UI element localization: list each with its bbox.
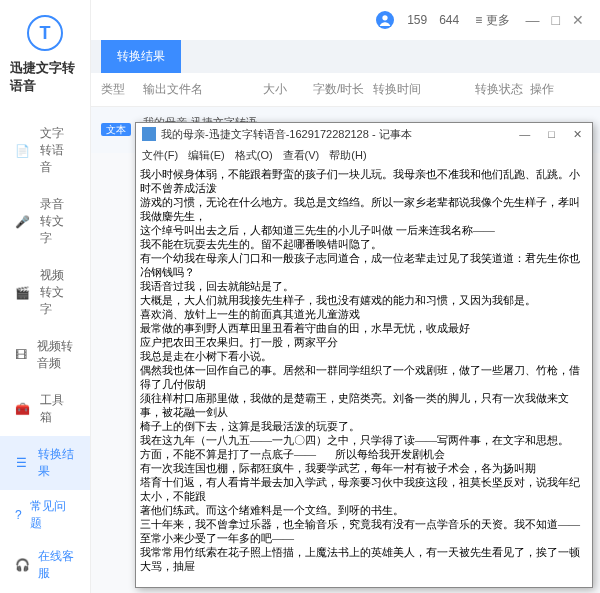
nav-label: 视频转音频 [37, 338, 75, 372]
close-button[interactable]: ✕ [572, 12, 584, 28]
col-size: 大小 [263, 81, 313, 98]
col-ops: 操作 [530, 81, 590, 98]
header-count-1: 159 [407, 13, 427, 27]
col-duration: 字数/时长 [313, 81, 373, 98]
col-time: 转换时间 [373, 81, 475, 98]
type-badge: 文本 [101, 123, 131, 136]
col-type: 类型 [101, 81, 143, 98]
menu-view[interactable]: 查看(V) [283, 148, 320, 163]
faq-link[interactable]: ?常见问题 [0, 490, 90, 540]
tab-results[interactable]: 转换结果 [101, 40, 181, 73]
app-logo-icon: T [27, 15, 63, 51]
list-icon: ☰ [15, 456, 28, 470]
help-icon: ? [15, 508, 22, 522]
nav-toolbox[interactable]: 🧰工具箱 [0, 382, 90, 436]
nav-video-to-text[interactable]: 🎬视频转文字 [0, 257, 90, 328]
col-status: 转换状态 [475, 81, 530, 98]
more-menu[interactable]: ≡ 更多 [475, 12, 509, 29]
video-audio-icon: 🎞 [15, 348, 27, 362]
headset-icon: 🎧 [15, 558, 30, 572]
text-icon: 📄 [15, 144, 30, 158]
logo-area: T 迅捷文字转语音 [0, 0, 90, 105]
menu-format[interactable]: 格式(O) [235, 148, 273, 163]
nav-label: 工具箱 [40, 392, 75, 426]
np-close-button[interactable]: ✕ [569, 128, 586, 141]
table-header: 类型 输出文件名 大小 字数/时长 转换时间 转换状态 操作 [91, 73, 600, 107]
link-label: 在线客服 [38, 548, 75, 582]
window-header: 159 644 ≡ 更多 — □ ✕ [91, 0, 600, 40]
notepad-titlebar[interactable]: 我的母亲-迅捷文字转语音-1629172282128 - 记事本 — □ ✕ [136, 123, 592, 145]
nav-audio-to-text[interactable]: 🎤录音转文字 [0, 186, 90, 257]
video-icon: 🎬 [15, 286, 30, 300]
nav: 📄文字转语音 🎤录音转文字 🎬视频转文字 🎞视频转音频 🧰工具箱 ☰转换结果 [0, 115, 90, 490]
support-link[interactable]: 🎧在线客服 [0, 540, 90, 590]
header-count-2: 644 [439, 13, 459, 27]
nav-label: 文字转语音 [40, 125, 75, 176]
col-name: 输出文件名 [143, 81, 263, 98]
nav-label: 录音转文字 [40, 196, 75, 247]
mic-icon: 🎤 [15, 215, 30, 229]
svg-point-1 [383, 15, 388, 20]
maximize-button[interactable]: □ [552, 12, 560, 28]
notepad-icon [142, 127, 156, 141]
tabbar: 转换结果 [91, 40, 600, 73]
minimize-button[interactable]: — [526, 12, 540, 28]
menu-file[interactable]: 文件(F) [142, 148, 178, 163]
nav-video-to-audio[interactable]: 🎞视频转音频 [0, 328, 90, 382]
link-label: 常见问题 [30, 498, 75, 532]
nav-results[interactable]: ☰转换结果 [0, 436, 90, 490]
user-icon[interactable] [371, 6, 399, 34]
menu-help[interactable]: 帮助(H) [329, 148, 366, 163]
sidebar: T 迅捷文字转语音 📄文字转语音 🎤录音转文字 🎬视频转文字 🎞视频转音频 🧰工… [0, 0, 91, 593]
app-title: 迅捷文字转语音 [10, 59, 80, 95]
notepad-window[interactable]: 我的母亲-迅捷文字转语音-1629172282128 - 记事本 — □ ✕ 文… [135, 122, 593, 588]
notepad-menubar: 文件(F) 编辑(E) 格式(O) 查看(V) 帮助(H) [136, 145, 592, 165]
nav-label: 视频转文字 [40, 267, 75, 318]
nav-text-to-speech[interactable]: 📄文字转语音 [0, 115, 90, 186]
footer-links: ?常见问题 🎧在线客服 🌐进入官网 [0, 490, 90, 593]
np-maximize-button[interactable]: □ [544, 128, 559, 141]
np-minimize-button[interactable]: — [515, 128, 534, 141]
toolbox-icon: 🧰 [15, 402, 30, 416]
notepad-title: 我的母亲-迅捷文字转语音-1629172282128 - 记事本 [161, 127, 412, 142]
notepad-textarea[interactable]: 我小时候身体弱，不能跟着野蛮的孩子们一块儿玩。我母亲也不准我和他们乱跑、乱跳。小… [136, 165, 592, 587]
nav-label: 转换结果 [38, 446, 76, 480]
menu-edit[interactable]: 编辑(E) [188, 148, 225, 163]
